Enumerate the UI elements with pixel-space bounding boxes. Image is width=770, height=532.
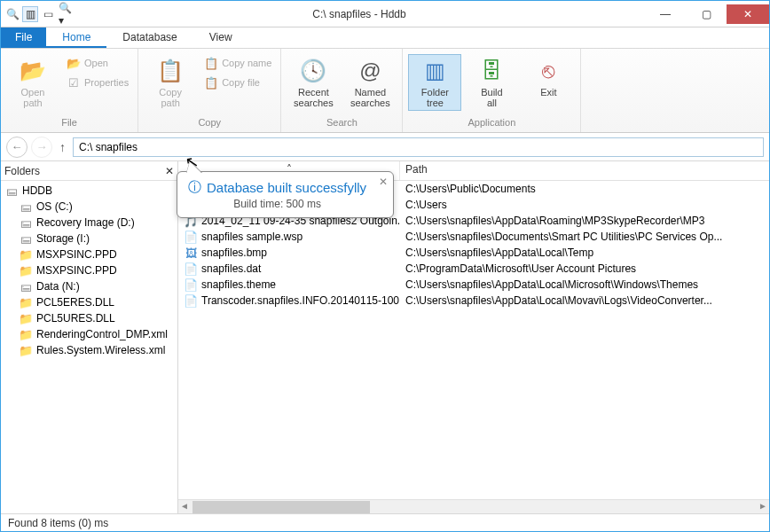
column-path[interactable]: Path <box>400 161 769 180</box>
doc-icon: 📄 <box>184 293 198 308</box>
file-path: C:\Users <box>400 199 769 211</box>
tree-item[interactable]: 📁MSXPSINC.PPD <box>1 262 177 278</box>
doc-icon: 📄 <box>184 278 198 292</box>
folder-icon: 📁 <box>19 327 33 341</box>
tab-home[interactable]: Home <box>46 27 106 48</box>
folders-pane: Folders ✕ 🖴HDDB🖴OS (C:)🖴Recovery Image (… <box>1 161 178 513</box>
tree-item[interactable]: 📁MSXPSINC.PPD <box>1 246 177 262</box>
navbar: ← → ↑ C:\ snapfiles <box>1 133 769 161</box>
up-button[interactable]: ↑ <box>56 140 69 154</box>
close-pane-icon[interactable]: ✕ <box>165 165 174 177</box>
tree-item[interactable]: 📁Rules.System.Wireless.xml <box>1 342 177 358</box>
file-name: snapfiles sample.wsp <box>201 231 302 243</box>
copy-file-button[interactable]: 📋Copy file <box>200 74 275 91</box>
forward-button[interactable]: → <box>31 137 52 158</box>
toast-close-button[interactable]: ✕ <box>379 176 388 188</box>
copy-path-icon: 📋 <box>156 57 185 85</box>
tab-view[interactable]: View <box>193 27 248 48</box>
tree-item-label: PCL5URES.DLL <box>36 312 115 325</box>
tree-item-label: Data (N:) <box>36 280 80 293</box>
tree-item[interactable]: 🖴Recovery Image (D:) <box>1 215 177 231</box>
ribbon: 📂 Open path 📂Open ☑Properties File 📋 Cop… <box>1 49 769 133</box>
tree-item[interactable]: 🖴HDDB <box>1 183 177 199</box>
titlebar: 🔍 ▥ ▭ 🔍▾ C:\ snapfiles - Hddb — ▢ ✕ <box>1 1 769 27</box>
close-button[interactable]: ✕ <box>727 4 769 24</box>
exit-button[interactable]: ⎋ Exit <box>522 54 575 100</box>
list-row[interactable]: 🖼snapfiles.bmpC:\Users\snapfiles\AppData… <box>178 245 769 261</box>
copy-name-icon: 📋 <box>204 56 218 70</box>
list-row[interactable]: 📄snapfiles.datC:\ProgramData\Microsoft\U… <box>178 261 769 277</box>
doc-icon: 📄 <box>184 230 198 244</box>
window-icon[interactable]: ▭ <box>40 6 56 22</box>
folder-open-icon: 📂 <box>19 57 47 85</box>
tree-item[interactable]: 🖴OS (C:) <box>1 199 177 215</box>
file-path: C:\Users\Public\Documents <box>400 183 769 195</box>
tree-item[interactable]: 🖴Data (N:) <box>1 278 177 294</box>
properties-icon: ☑ <box>67 75 81 90</box>
horizontal-scrollbar[interactable] <box>178 499 769 513</box>
properties-button[interactable]: ☑Properties <box>63 74 132 91</box>
tree-item-label: HDDB <box>22 184 52 197</box>
file-path: C:\Users\snapfiles\AppData\Local\Movavi\… <box>400 294 769 307</box>
group-label-search: Search <box>287 117 397 130</box>
search-icon[interactable]: 🔍 <box>4 6 20 22</box>
folder-tree-button[interactable]: ▥ Folder tree <box>408 54 461 111</box>
exit-icon: ⎋ <box>534 57 562 85</box>
open-button[interactable]: 📂Open <box>63 54 132 72</box>
scrollbar-thumb[interactable] <box>192 501 370 513</box>
file-path: C:\Users\snapfiles\AppData\Local\Temp <box>400 246 769 259</box>
folder-icon: 📁 <box>19 247 33 262</box>
disk-icon: 🖴 <box>19 200 33 214</box>
copy-path-button[interactable]: 📋 Copy path <box>144 54 197 111</box>
tree-item[interactable]: 📁PCL5URES.DLL <box>1 310 177 326</box>
panel-icon[interactable]: ▥ <box>22 6 38 22</box>
tree-item[interactable]: 📁RenderingControl_DMP.xml <box>1 326 177 342</box>
copy-file-icon: 📋 <box>204 75 218 90</box>
notification-toast: ✕ ⓘDatabase built successfylly Build tim… <box>177 171 394 218</box>
img-icon: 🖼 <box>184 246 198 260</box>
window-title: C:\ snapfiles - Hddb <box>74 8 645 20</box>
tree-item[interactable]: 🖴Storage (I:) <box>1 231 177 246</box>
minimize-button[interactable]: — <box>645 4 686 24</box>
file-name: snapfiles.dat <box>201 262 261 275</box>
file-name: Transcoder.snapfiles.INFO.20140115-100..… <box>201 294 400 307</box>
list-body[interactable]: 📁C:\Users\Public\Documents📁C:\Users🎵2014… <box>178 181 769 499</box>
address-bar[interactable]: C:\ snapfiles <box>73 137 764 157</box>
list-row[interactable]: 📄snapfiles sample.wspC:\Users\snapfiles\… <box>178 229 769 245</box>
build-icon: 🗄 <box>477 57 506 85</box>
file-path: C:\Users\snapfiles\AppData\Local\Microso… <box>400 278 769 291</box>
list-row[interactable]: 📄snapfiles.themeC:\Users\snapfiles\AppDa… <box>178 277 769 293</box>
open-path-button[interactable]: 📂 Open path <box>6 54 59 111</box>
file-name: snapfiles.bmp <box>201 246 267 259</box>
tree-item-label: RenderingControl_DMP.xml <box>36 328 168 340</box>
list-row[interactable]: 📄Transcoder.snapfiles.INFO.20140115-100.… <box>178 293 769 309</box>
tree-item-label: Rules.System.Wireless.xml <box>36 344 165 356</box>
copy-name-button[interactable]: 📋Copy name <box>200 54 275 72</box>
statusbar: Found 8 items (0) ms <box>1 513 769 531</box>
named-searches-button[interactable]: @ Named searches <box>343 54 397 111</box>
search-small-icon[interactable]: 🔍▾ <box>58 6 74 22</box>
disk-icon: 🖴 <box>4 184 19 198</box>
tree-item[interactable]: 📁PCL5ERES.DLL <box>1 294 177 310</box>
folder-tree[interactable]: 🖴HDDB🖴OS (C:)🖴Recovery Image (D:)🖴Storag… <box>1 181 177 513</box>
tree-item-label: OS (C:) <box>36 200 73 213</box>
tree-item-label: MSXPSINC.PPD <box>36 248 117 261</box>
tab-database[interactable]: Datatabase <box>106 27 192 48</box>
group-label-app: Application <box>408 117 575 130</box>
tab-file[interactable]: File <box>1 27 46 48</box>
group-label-copy: Copy <box>144 117 275 130</box>
folder-icon: 📁 <box>19 311 33 325</box>
tree-item-label: Storage (I:) <box>36 232 90 245</box>
file-path: C:\Users\snapfiles\Documents\Smart PC Ut… <box>400 231 769 243</box>
recent-searches-button[interactable]: 🕓 Recent searches <box>287 54 340 111</box>
disk-icon: 🖴 <box>19 215 33 230</box>
tree-item-label: MSXPSINC.PPD <box>36 264 117 277</box>
ribbon-tabs: File Home Datatabase View <box>1 27 769 49</box>
folder-icon: 📁 <box>19 343 33 357</box>
maximize-button[interactable]: ▢ <box>686 4 727 24</box>
folder-icon: 📁 <box>19 263 33 278</box>
folder-icon: 📁 <box>19 295 33 309</box>
disk-icon: 🖴 <box>19 279 33 293</box>
build-all-button[interactable]: 🗄 Build all <box>465 54 518 111</box>
back-button[interactable]: ← <box>6 137 28 158</box>
